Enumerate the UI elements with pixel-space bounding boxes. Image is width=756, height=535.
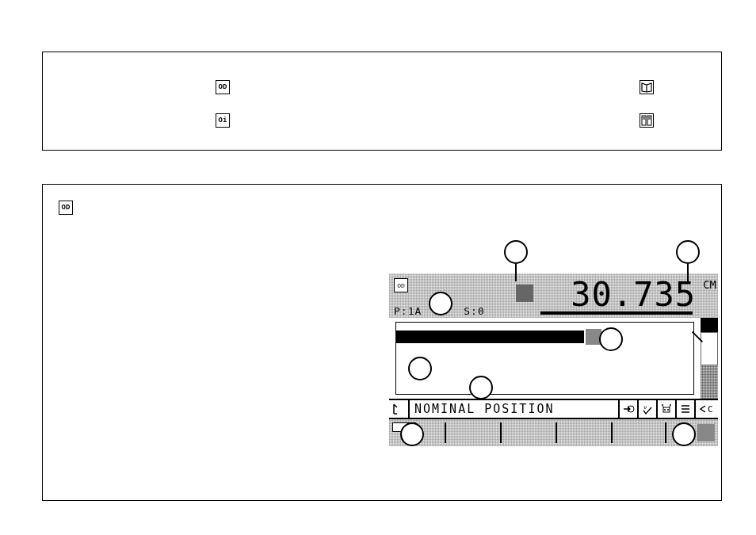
icon-od-1-label: OD	[219, 83, 227, 91]
scroll-up[interactable]	[701, 318, 718, 332]
seg3	[556, 422, 557, 443]
cursor-block-bot	[697, 424, 715, 441]
status-p: P:1A	[394, 305, 422, 317]
callout-8	[672, 422, 696, 446]
book-icon	[640, 80, 654, 94]
svg-text:C: C	[708, 404, 713, 415]
icon-od-2: OD	[59, 201, 73, 215]
robot-icon[interactable]	[656, 400, 675, 418]
nu-check-icon[interactable]: ν	[637, 400, 656, 418]
back-c-icon[interactable]: C	[694, 400, 718, 418]
svg-line-12	[669, 406, 670, 407]
callout-6	[469, 376, 493, 399]
page-icon	[640, 113, 654, 128]
cursor-block-top	[516, 285, 533, 302]
scroll-thumb[interactable]	[701, 332, 718, 365]
icon-od-1: OD	[216, 80, 230, 94]
lcd-bottom-bar	[389, 419, 718, 446]
callout-1	[504, 240, 528, 264]
svg-point-13	[662, 404, 663, 406]
position-unit: CM	[703, 278, 716, 291]
scrollbar[interactable]	[701, 318, 718, 399]
seg1	[445, 422, 446, 443]
callout-7	[400, 422, 424, 446]
seg2	[500, 422, 502, 443]
status-s: S:0	[464, 305, 484, 317]
position-value: 30.735	[571, 275, 696, 314]
value-underline	[540, 311, 693, 315]
icon-oi-label: Oi	[219, 117, 227, 124]
lcd-label-row: NOMINAL POSITION ν C	[389, 399, 718, 419]
svg-point-10	[667, 409, 669, 411]
icon-oi: Oi	[216, 113, 230, 128]
progress-bar	[395, 331, 584, 343]
icon-od-2-label: OD	[62, 204, 71, 212]
lcd-corner-icon-label: OD	[397, 282, 405, 289]
nominal-left-icon	[389, 400, 410, 418]
svg-point-9	[664, 409, 666, 411]
scroll-track[interactable]	[701, 365, 718, 399]
seg5	[665, 422, 666, 443]
arrow-in-icon[interactable]	[618, 400, 637, 418]
callout-stem-2	[687, 264, 689, 281]
callout-4	[599, 327, 623, 351]
callout-5	[408, 357, 432, 380]
callout-2	[676, 240, 700, 264]
seg4	[611, 422, 613, 443]
top-panel: OD Oi	[42, 52, 722, 151]
lcd-corner-icon: OD	[394, 278, 408, 292]
callout-stem-1	[515, 264, 517, 281]
callout-3	[429, 292, 452, 315]
svg-point-14	[670, 404, 671, 406]
lines-icon[interactable]	[675, 400, 694, 418]
lcd-mid-area	[389, 318, 718, 399]
nominal-label: NOMINAL POSITION	[410, 402, 618, 416]
svg-text:ν: ν	[643, 404, 647, 411]
svg-line-11	[662, 406, 664, 407]
